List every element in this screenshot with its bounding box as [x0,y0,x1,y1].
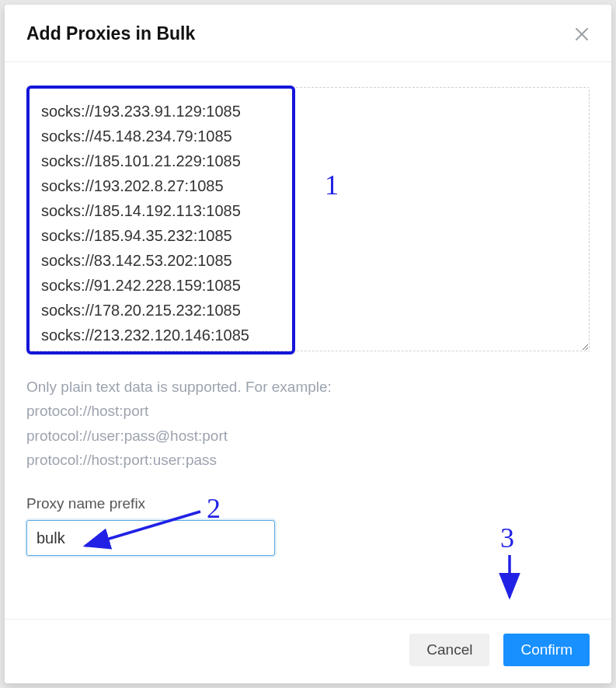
modal-header: Add Proxies in Bulk [5,5,611,62]
proxy-prefix-label: Proxy name prefix [26,495,590,512]
annotation-number-3: 3 [500,524,514,552]
cancel-button[interactable]: Cancel [409,634,489,666]
help-line: Only plain text data is supported. For e… [26,375,590,399]
help-line: protocol://host:port:user:pass [26,448,590,472]
proxy-prefix-input[interactable] [26,520,275,556]
modal-footer: Cancel Confirm [5,619,611,683]
confirm-button[interactable]: Confirm [503,634,590,666]
help-line: protocol://host:port [26,399,590,423]
modal-body: Only plain text data is supported. For e… [5,62,611,619]
help-line: protocol://user:pass@host:port [26,424,590,448]
close-icon[interactable] [574,26,590,42]
proxy-list-textarea[interactable] [26,87,590,351]
add-proxies-modal: Add Proxies in Bulk Only plain text data… [5,5,611,683]
help-text: Only plain text data is supported. For e… [26,375,590,472]
modal-title: Add Proxies in Bulk [26,23,195,44]
